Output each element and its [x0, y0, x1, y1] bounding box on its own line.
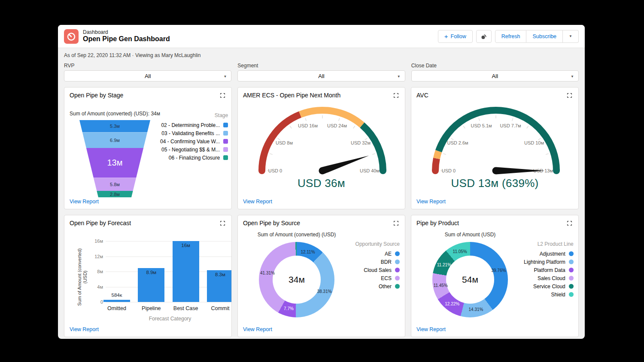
expand-button[interactable]	[566, 92, 573, 100]
legend-item[interactable]: Lightning Platform	[524, 258, 574, 266]
donut-hole: 34ᴍ	[273, 256, 321, 304]
gauge-tick-label: USD 24ᴍ	[327, 123, 347, 128]
legend-item[interactable]: Adjustment	[524, 250, 574, 258]
gauge-svg: USD 0USD 2.6ᴍUSD 5.1ᴍUSD 7.7ᴍUSD 10ᴍUSD …	[416, 103, 575, 178]
legend-item[interactable]: 06 - Finalizing Closure	[160, 154, 228, 162]
segment-filter-select[interactable]: All ▼	[237, 70, 405, 81]
legend-item[interactable]: Cloud Sales	[350, 266, 400, 274]
gridline	[106, 256, 232, 257]
record-type-label: Dashboard	[83, 30, 170, 35]
legend-swatch	[569, 292, 574, 297]
gauge-tick-label: USD 5.1ᴍ	[471, 123, 492, 128]
funnel-segment[interactable]: 5.3ᴍ	[79, 120, 152, 132]
caret-down-icon: ▼	[571, 75, 574, 78]
legend-item-label: Service Cloud	[533, 284, 565, 290]
view-report-link[interactable]: View Report	[416, 326, 446, 332]
legend-item[interactable]: Sales Cloud	[524, 274, 574, 282]
bar-best-case[interactable]	[173, 241, 199, 302]
expand-button[interactable]	[219, 220, 226, 228]
legend-swatch	[223, 147, 228, 152]
legend-item[interactable]: 02 - Determining Proble...	[160, 121, 228, 129]
expand-button[interactable]	[392, 220, 400, 228]
legend-item[interactable]: Service Cloud	[524, 282, 574, 290]
close-date-filter-select[interactable]: All ▼	[411, 70, 579, 81]
legend-item[interactable]: 04 - Confirming Value W...	[160, 137, 228, 145]
expand-button[interactable]	[219, 92, 226, 100]
bar-value-label: 8.9ᴍ	[138, 270, 164, 275]
gauge-chart[interactable]: USD 0USD 8ᴍUSD 16ᴍUSD 24ᴍUSD 32ᴍUSD 40ᴍ …	[243, 103, 400, 195]
chart-subtitle: Sum of Amount (converted) (USD)	[243, 232, 350, 238]
chatter-button[interactable]	[476, 30, 492, 43]
legend-item-label: 02 - Determining Proble...	[161, 122, 220, 128]
view-report-link[interactable]: View Report	[70, 326, 99, 332]
caret-down-icon: ▼	[397, 75, 401, 78]
legend-item[interactable]: BDR	[350, 258, 400, 266]
gauge-tick-label: USD 0	[268, 168, 282, 173]
funnel-segment[interactable]: 2.8ᴍ	[79, 191, 152, 197]
panel-avc: AVC USD 0USD 2.6ᴍUSD 5.1ᴍUSD 7.7ᴍUSD 10ᴍ…	[411, 87, 579, 209]
legend-item[interactable]: 03 - Validating Benefits ...	[160, 129, 228, 137]
donut-chart[interactable]: 34ᴍ 12.11%38.31%7.7%41.31%	[259, 242, 334, 317]
filter-label: Close Date	[411, 63, 579, 69]
product-legend: L2 Product Line AdjustmentLightning Plat…	[524, 232, 574, 317]
slice-percent-label: 11.05%	[453, 249, 467, 254]
legend-item[interactable]: ECS	[350, 274, 400, 282]
rvp-filter-select[interactable]: All ▼	[64, 70, 231, 81]
funnel-segment[interactable]: 5.8ᴍ	[79, 178, 152, 191]
view-report-link[interactable]: View Report	[243, 326, 272, 332]
expand-icon	[393, 220, 399, 226]
view-report-link[interactable]: View Report	[70, 199, 99, 205]
subscribe-button[interactable]: Subscribe	[526, 30, 563, 43]
expand-button[interactable]	[566, 220, 573, 228]
expand-button[interactable]	[392, 92, 400, 100]
gauge-tick-label: USD 7.7ᴍ	[500, 123, 521, 128]
legend-item[interactable]: Platform Data	[524, 266, 574, 274]
expand-icon	[567, 93, 572, 98]
expand-icon	[393, 93, 399, 98]
legend-swatch	[223, 131, 228, 136]
donut-total: 34ᴍ	[289, 275, 305, 285]
funnel-segment-value: 13ᴍ	[107, 158, 123, 168]
panel-title: Open Pipe by Forecast	[70, 220, 131, 226]
refresh-button[interactable]: Refresh	[495, 30, 527, 43]
legend-swatch	[569, 251, 574, 256]
more-actions-button[interactable]: ▼	[563, 30, 579, 43]
legend-item[interactable]: Other	[350, 282, 400, 290]
page-title: Open Pipe Gen Dashboard	[83, 35, 170, 43]
chart-subtitle: Sum of Amount (USD)	[416, 232, 524, 238]
legend-swatch	[395, 259, 400, 264]
follow-button[interactable]: + Follow	[438, 30, 473, 43]
legend-swatch	[395, 284, 400, 289]
panel-open-pipe-by-forecast: Open Pipe by Forecast Sum of Amount (con…	[64, 215, 232, 337]
bar-value-label: 16ᴍ	[173, 243, 199, 248]
funnel-segment-value: 5.3ᴍ	[110, 124, 120, 129]
view-report-link[interactable]: View Report	[243, 199, 272, 205]
gauge-chart[interactable]: USD 0USD 2.6ᴍUSD 5.1ᴍUSD 7.7ᴍUSD 10ᴍUSD …	[416, 103, 573, 195]
bar-omitted[interactable]	[103, 300, 130, 302]
bar-chart[interactable]: Sum of Amount (converted) (USD) Forecast…	[70, 230, 226, 328]
gridline	[106, 302, 232, 302]
legend-item[interactable]: AE	[350, 250, 400, 258]
funnel-chart[interactable]: 5.3ᴍ6.9ᴍ13ᴍ5.8ᴍ2.8ᴍ	[79, 120, 152, 197]
legend-item-label: Other	[379, 284, 392, 290]
subscribe-button-label: Subscribe	[532, 33, 556, 39]
funnel-legend: Stage 02 - Determining Proble...03 - Val…	[160, 103, 228, 197]
gauge-tick-label: USD 2.6ᴍ	[447, 140, 468, 145]
panel-open-pipe-by-stage: Open Pipe by Stage Sum of Amount (conver…	[64, 87, 232, 209]
legend-swatch	[223, 155, 228, 160]
funnel-segment-value: 2.8ᴍ	[110, 192, 120, 197]
legend-item[interactable]: Shield	[524, 290, 574, 299]
donut-chart[interactable]: 54ᴍ 39.76%14.31%12.22%11.45%11.21%11.05%	[432, 242, 508, 317]
filter-segment: Segment All ▼	[237, 63, 405, 81]
caret-down-icon: ▼	[569, 34, 572, 38]
filter-label: RVP	[64, 63, 231, 69]
view-report-link[interactable]: View Report	[416, 199, 446, 205]
gauge-tick-label: USD 10ᴍ	[524, 140, 544, 145]
legend-item[interactable]: 05 - Negotiating $$ & M...	[160, 145, 228, 154]
legend-swatch	[395, 276, 400, 281]
dashboard-meta: As of Sep 22, 2020 11:32 AM · Viewing as…	[61, 51, 582, 58]
slice-percent-label: 11.45%	[434, 283, 448, 288]
funnel-segment[interactable]: 13ᴍ	[79, 148, 152, 178]
filter-bar: RVP All ▼ Segment All ▼ Close Date	[64, 63, 579, 81]
funnel-segment[interactable]: 6.9ᴍ	[79, 132, 152, 148]
